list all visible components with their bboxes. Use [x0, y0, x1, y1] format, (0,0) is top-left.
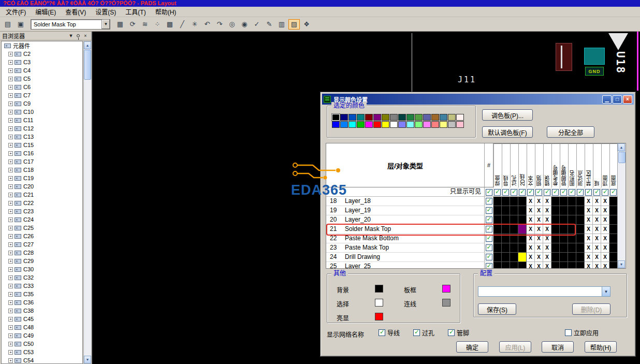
expand-plus-icon[interactable]: +: [8, 126, 13, 131]
expand-plus-icon[interactable]: +: [8, 93, 13, 98]
tree-item-C49[interactable]: +C49: [2, 331, 82, 340]
layer-color-cell[interactable]: [551, 197, 560, 206]
palette-swatch[interactable]: [406, 114, 414, 121]
layer-visible-checkbox[interactable]: [486, 263, 492, 269]
expand-plus-icon[interactable]: +: [8, 201, 13, 206]
palette-swatch[interactable]: [332, 121, 340, 128]
other-color-swatch[interactable]: [442, 299, 450, 307]
expand-plus-icon[interactable]: +: [8, 333, 13, 338]
tree-item-C6[interactable]: +C6: [2, 83, 82, 91]
layer-color-cell[interactable]: X: [585, 234, 593, 243]
layer-color-cell[interactable]: [609, 243, 618, 253]
tree-item-C16[interactable]: +C16: [2, 149, 82, 157]
tree-item-C45[interactable]: +C45: [2, 315, 82, 323]
expand-plus-icon[interactable]: +: [8, 135, 13, 139]
palette-swatch[interactable]: [382, 114, 389, 121]
layer-name[interactable]: Layer_25: [342, 262, 485, 269]
palette-swatch[interactable]: [423, 121, 431, 128]
layer-color-cell[interactable]: X: [535, 243, 543, 253]
layer-color-cell[interactable]: [551, 253, 560, 262]
scroll-down-icon[interactable]: ▼: [84, 356, 91, 363]
palette-swatch[interactable]: [440, 114, 447, 121]
redraw-icon[interactable]: ⟳: [127, 19, 138, 30]
layer-color-cell[interactable]: X: [535, 215, 543, 225]
tree-item-C35[interactable]: +C35: [2, 290, 82, 298]
layer-color-cell[interactable]: X: [593, 234, 601, 243]
menu-item-4[interactable]: 工具(T): [121, 6, 150, 17]
expand-plus-icon[interactable]: +: [8, 325, 13, 330]
chevron-down-icon[interactable]: ▼: [101, 20, 110, 29]
visible-only-checkbox[interactable]: [511, 189, 517, 196]
layer-color-cell[interactable]: [609, 215, 618, 225]
palette-swatch[interactable]: [340, 121, 348, 128]
layer-color-cell[interactable]: X: [585, 243, 593, 253]
tree-item-C17[interactable]: +C17: [2, 157, 82, 166]
layer-color-cell[interactable]: X: [527, 262, 535, 269]
layer-color-cell[interactable]: [518, 262, 527, 269]
layer-color-cell[interactable]: [568, 197, 576, 206]
visible-only-checkbox[interactable]: [519, 189, 526, 196]
layer-color-cell[interactable]: [502, 215, 510, 225]
palette-swatch[interactable]: [390, 121, 398, 128]
palette-swatch[interactable]: [340, 114, 348, 121]
layer-visible-checkbox[interactable]: [486, 198, 492, 205]
layer-color-cell[interactable]: X: [543, 243, 551, 253]
layer-color-cell[interactable]: X: [601, 225, 609, 234]
layer-color-cell[interactable]: X: [527, 206, 535, 215]
layer-color-cell[interactable]: [493, 234, 502, 243]
grid-dots-icon[interactable]: ⁘: [152, 19, 163, 30]
maximize-icon[interactable]: □: [613, 95, 622, 104]
minimize-icon[interactable]: ▁: [602, 95, 612, 104]
layer-color-cell[interactable]: X: [593, 262, 601, 269]
tree-item-C13[interactable]: +C13: [2, 133, 82, 141]
layer-color-cell[interactable]: [576, 215, 585, 225]
layer-color-cell[interactable]: X: [585, 262, 593, 269]
layer-color-cell[interactable]: [510, 234, 518, 243]
expand-plus-icon[interactable]: +: [8, 77, 13, 81]
tree-item-C38[interactable]: +C38: [2, 307, 82, 315]
layer-color-cell[interactable]: [510, 197, 518, 206]
layer-name[interactable]: Layer_19: [342, 206, 485, 215]
layer-color-cell[interactable]: [502, 234, 510, 243]
layer-color-cell[interactable]: [493, 206, 502, 215]
layer-color-cell[interactable]: X: [535, 262, 543, 269]
tree-item-C19[interactable]: +C19: [2, 174, 82, 182]
palette-swatch[interactable]: [382, 121, 389, 128]
layer-color-cell[interactable]: [609, 262, 618, 269]
layer-color-cell[interactable]: [560, 215, 568, 225]
tree-item-C50[interactable]: +C50: [2, 340, 82, 348]
layer-color-cell[interactable]: [518, 206, 527, 215]
menu-item-3[interactable]: 设置(S): [91, 6, 121, 17]
palette-swatch[interactable]: [440, 121, 447, 128]
layer-color-cell[interactable]: X: [601, 243, 609, 253]
expand-plus-icon[interactable]: +: [8, 151, 13, 156]
expand-plus-icon[interactable]: +: [8, 176, 13, 181]
layer-color-cell[interactable]: [551, 234, 560, 243]
flood-icon[interactable]: ✳: [189, 19, 200, 30]
layer-color-cell[interactable]: [551, 206, 560, 215]
expand-plus-icon[interactable]: +: [8, 217, 13, 222]
net-name-checkbox[interactable]: [379, 329, 385, 336]
expand-plus-icon[interactable]: +: [8, 342, 13, 346]
expand-plus-icon[interactable]: +: [8, 101, 13, 106]
tree-item-C18[interactable]: +C18: [2, 166, 82, 174]
layer-color-cell[interactable]: X: [535, 225, 543, 234]
expand-plus-icon[interactable]: +: [8, 234, 13, 239]
layer-color-cell[interactable]: [510, 253, 518, 262]
layer-color-cell[interactable]: [576, 206, 585, 215]
visible-only-checkbox[interactable]: [535, 189, 542, 196]
tree-item-C30[interactable]: +C30: [2, 265, 82, 273]
layer-color-cell[interactable]: [609, 225, 618, 234]
save-button[interactable]: 保存(S): [478, 303, 516, 315]
scroll-down-icon[interactable]: ▼: [618, 260, 625, 268]
layer-color-cell[interactable]: [502, 253, 510, 262]
help-button[interactable]: 帮助(H): [585, 341, 617, 353]
layer-color-cell[interactable]: [609, 206, 618, 215]
expand-plus-icon[interactable]: +: [8, 226, 13, 230]
layer-color-cell[interactable]: X: [601, 262, 609, 269]
visible-only-checkbox[interactable]: [610, 189, 617, 196]
layer-color-cell[interactable]: [568, 206, 576, 215]
layer-color-cell[interactable]: X: [527, 234, 535, 243]
scrollbar-thumb[interactable]: [84, 50, 91, 80]
layer-color-cell[interactable]: [568, 215, 576, 225]
